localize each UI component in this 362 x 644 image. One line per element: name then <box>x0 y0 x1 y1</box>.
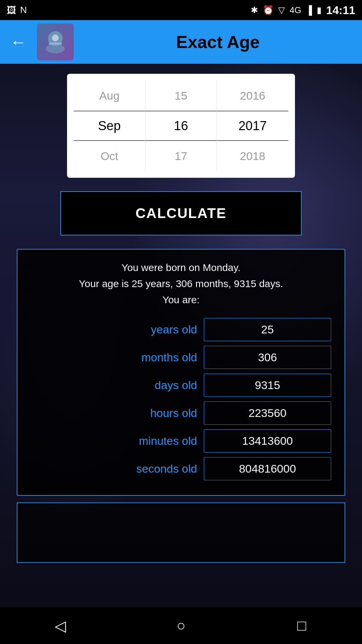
minutes-label: minutes old <box>31 434 204 447</box>
svg-point-1 <box>46 44 65 53</box>
minutes-value: 13413600 <box>204 429 331 452</box>
days-label: days old <box>31 379 204 392</box>
home-nav-button[interactable]: ○ <box>168 612 194 639</box>
notification-icon: N <box>20 5 27 15</box>
svg-point-2 <box>52 35 59 41</box>
months-row: months old 306 <box>31 346 331 369</box>
calculate-button[interactable]: CALCULATE <box>60 191 302 235</box>
years-value: 25 <box>204 318 331 341</box>
svg-rect-3 <box>49 43 62 45</box>
status-left-icons: 🖼 N <box>7 5 27 16</box>
seconds-label: seconds old <box>31 462 204 475</box>
status-bar: 🖼 N ✱ ⏰ ▽ 4G ▐ ▮ 14:11 <box>0 0 362 20</box>
years-row: years old 25 <box>31 318 331 341</box>
alarm-icon: ⏰ <box>263 5 274 15</box>
date-picker-container: Aug Sep Oct 15 16 17 2016 2017 2018 <box>67 74 295 178</box>
day-next[interactable]: 17 <box>145 141 217 171</box>
bottom-nav: ◁ ○ □ <box>0 607 362 644</box>
bluetooth-icon: ✱ <box>251 5 258 15</box>
seconds-value: 804816000 <box>204 457 331 480</box>
years-label: years old <box>31 323 204 336</box>
main-content: Aug Sep Oct 15 16 17 2016 2017 2018 CALC… <box>0 64 362 580</box>
ad-container <box>17 502 345 563</box>
wifi-icon: ▽ <box>278 5 285 15</box>
months-value: 306 <box>204 346 331 369</box>
months-label: months old <box>31 351 204 364</box>
day-selected[interactable]: 16 <box>145 111 217 141</box>
recent-nav-button[interactable]: □ <box>288 612 315 639</box>
days-row: days old 9315 <box>31 374 331 397</box>
day-column[interactable]: 15 16 17 <box>145 80 217 171</box>
seconds-row: seconds old 804816000 <box>31 457 331 480</box>
hours-row: hours old 223560 <box>31 401 331 425</box>
results-container: You were born on Monday. Your age is 25 … <box>17 249 345 496</box>
photo-icon: 🖼 <box>7 5 16 16</box>
year-column[interactable]: 2016 2017 2018 <box>217 80 288 171</box>
summary-line1: You were born on Monday. <box>31 260 331 276</box>
month-column[interactable]: Aug Sep Oct <box>74 80 145 171</box>
month-next[interactable]: Oct <box>74 141 145 171</box>
summary-line3: You are: <box>31 292 331 308</box>
app-icon <box>37 23 74 60</box>
app-title: Exact Age <box>84 32 352 52</box>
status-right-icons: ✱ ⏰ ▽ 4G ▐ ▮ 14:11 <box>251 4 355 17</box>
year-prev[interactable]: 2016 <box>217 80 288 111</box>
days-value: 9315 <box>204 374 331 397</box>
results-summary: You were born on Monday. Your age is 25 … <box>31 260 331 308</box>
month-prev[interactable]: Aug <box>74 80 145 111</box>
month-selected[interactable]: Sep <box>74 111 145 141</box>
year-next[interactable]: 2018 <box>217 141 288 171</box>
signal-icon: ▐ <box>306 5 312 15</box>
clock: 14:11 <box>326 4 355 17</box>
hours-label: hours old <box>31 407 204 420</box>
back-nav-button[interactable]: ◁ <box>47 612 74 639</box>
day-prev[interactable]: 15 <box>145 80 217 111</box>
network-label: 4G <box>290 5 301 15</box>
hours-value: 223560 <box>204 401 331 425</box>
battery-icon: ▮ <box>317 5 321 15</box>
date-picker[interactable]: Aug Sep Oct 15 16 17 2016 2017 2018 <box>74 80 288 171</box>
minutes-row: minutes old 13413600 <box>31 429 331 452</box>
year-selected[interactable]: 2017 <box>217 111 288 141</box>
app-bar: ← Exact Age <box>0 20 362 64</box>
summary-line2: Your age is 25 years, 306 months, 9315 d… <box>31 276 331 292</box>
back-button[interactable]: ← <box>10 34 27 50</box>
